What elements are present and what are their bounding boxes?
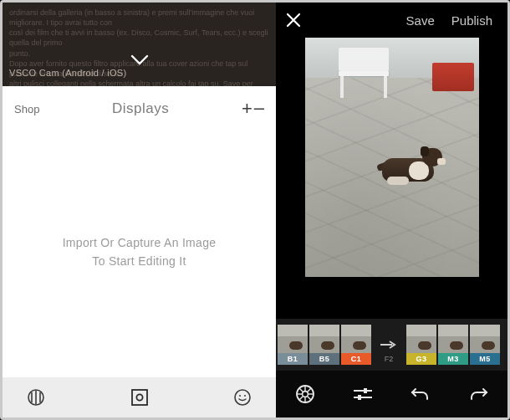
vsco-left-pane: ordinarsi della galleria (in basso a sin… (3, 3, 276, 417)
filter-thumb-m5[interactable]: M5 (470, 325, 500, 365)
filter-label: M3 (438, 353, 468, 365)
empty-library: Import Or Capture An Image To Start Edit… (3, 126, 276, 377)
presets-icon[interactable] (288, 376, 323, 412)
bg-text: così dei film che ti avvi in basso (ex. … (9, 28, 268, 47)
filter-thumb-m3[interactable]: M3 (438, 325, 468, 365)
photo-red-object (432, 63, 474, 91)
redo-icon[interactable] (461, 376, 496, 412)
svg-point-7 (239, 395, 241, 397)
svg-point-8 (244, 395, 246, 397)
camera-icon[interactable] (126, 384, 153, 411)
filter-label: M5 (470, 353, 500, 365)
plus-icon: + (242, 98, 252, 120)
svg-point-6 (235, 390, 250, 405)
filter-label: G3 (406, 353, 436, 365)
filter-thumb-b5[interactable]: B5 (309, 325, 339, 365)
photo-dog (374, 146, 446, 190)
library-header: Shop Displays +– (3, 86, 276, 126)
filter-label: B1 (278, 353, 308, 365)
close-icon[interactable] (281, 8, 306, 33)
library-icon[interactable] (23, 384, 49, 411)
filter-separator[interactable]: F2 (371, 339, 406, 351)
canvas-area (276, 38, 507, 319)
publish-button[interactable]: Publish (446, 10, 497, 31)
empty-line-1: Import Or Capture An Image (63, 233, 217, 252)
profile-icon[interactable] (229, 384, 256, 411)
adjust-icon[interactable] (345, 376, 380, 412)
import-button[interactable]: +– (242, 98, 264, 120)
editor-toolbar (276, 371, 507, 417)
filter-strip[interactable]: B1B5C1 F2 G3M3M5 (276, 319, 507, 371)
shop-link[interactable]: Shop (14, 103, 39, 115)
editor-pane: Save Publish B1B5C1 F2 G (276, 3, 507, 417)
empty-line-2: To Start Editing It (63, 252, 217, 270)
svg-rect-17 (364, 388, 367, 393)
svg-rect-4 (132, 390, 147, 405)
svg-rect-19 (358, 395, 361, 400)
photo-chair (334, 46, 394, 100)
chevron-down-icon[interactable] (130, 54, 149, 66)
save-button[interactable]: Save (401, 10, 440, 31)
background-article-overlay: ordinarsi della galleria (in basso a sin… (3, 3, 276, 86)
filter-thumb-b1[interactable]: B1 (278, 325, 308, 365)
bg-text: altri pulisci colleganti nella schermata… (9, 79, 253, 86)
display-mode-label[interactable]: Displays (112, 100, 169, 117)
bg-text: punto. (9, 49, 30, 58)
filter-label: B5 (309, 353, 339, 365)
bg-text: ordinarsi della galleria (in basso a sin… (9, 8, 254, 27)
article-heading: VSCO Cam (Android / iOS) (9, 67, 126, 79)
edited-photo[interactable] (305, 38, 479, 277)
svg-point-15 (302, 392, 308, 397)
svg-point-5 (136, 394, 142, 400)
undo-icon[interactable] (403, 376, 438, 412)
filter-thumb-g3[interactable]: G3 (406, 325, 436, 365)
filter-thumb-c1[interactable]: C1 (341, 325, 371, 365)
filter-label: C1 (341, 353, 371, 365)
minus-icon: – (254, 97, 264, 119)
separator-label: F2 (385, 355, 394, 363)
bottom-toolbar (3, 377, 276, 417)
editor-topbar: Save Publish (276, 3, 507, 38)
